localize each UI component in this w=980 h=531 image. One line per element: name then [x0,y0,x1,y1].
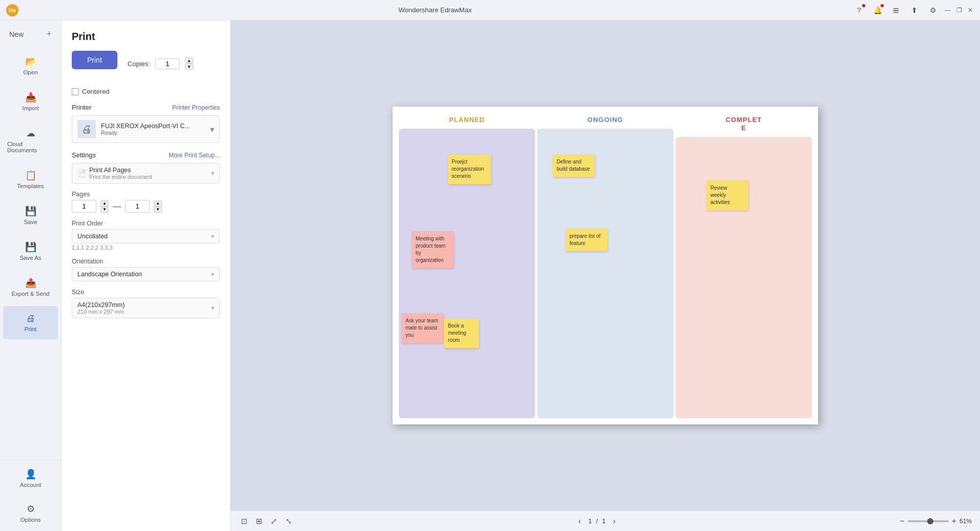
page-preview: PLANNED Proejct reorganization scenerio … [393,107,818,424]
size-value: A4(210x297mm) [77,301,125,309]
sidebar-item-saveas[interactable]: 💾 Save As [3,234,58,268]
app-title: Wondershare EdrawMax [18,6,852,14]
grid-icon[interactable]: ⊞ [889,3,903,17]
page-navigation: ‹ 1 / 1 › [575,516,619,527]
restore-button[interactable]: ❐ [955,7,963,14]
sidebar-item-save[interactable]: 💾 Save [3,198,58,232]
complete-body: Review weekly activities [676,137,812,418]
printer-dropdown-arrow[interactable]: ▾ [210,125,214,134]
pages-to-input[interactable] [125,200,150,213]
sidebar-cloud-label: Cloud Documents [7,141,54,153]
collapse-icon[interactable]: ⤡ [283,515,294,528]
sidebar-item-open[interactable]: 📂 Open [3,49,58,83]
print-order-arrow: ▾ [211,233,214,240]
next-page-btn[interactable]: › [610,516,619,527]
cloud-icon: ☁ [26,128,35,139]
kanban-col-ongoing: ONGOING Define and build database prepar… [536,112,675,419]
sidebar-item-options[interactable]: ⚙ Options [3,496,58,530]
saveas-icon: 💾 [25,241,36,253]
sidebar-item-new[interactable]: New + [3,22,58,47]
ongoing-header: ONGOING [536,112,675,128]
centered-row: Centered [72,88,220,95]
planned-body: Proejct reorganization scenerio Meeting … [399,129,535,418]
grid-view-icon[interactable]: ⊞ [254,515,264,528]
page-total: 1 [602,517,605,525]
zoom-slider[interactable] [908,520,949,522]
pages-from-up[interactable]: ▲ [100,200,109,207]
centered-label: Centered [82,88,109,95]
sidebar-saveas-label: Save As [19,255,41,261]
orientation-label: Orientation [72,258,220,265]
sidebar-item-print[interactable]: 🖨 Print [3,306,58,339]
kanban-columns: PLANNED Proejct reorganization scenerio … [398,112,813,419]
print-order-select[interactable]: Uncollated ▾ [72,229,220,243]
size-text: A4(210x297mm) 210 mm x 297 mm [77,301,125,315]
sidebar-item-export[interactable]: 📤 Export & Send [3,270,58,304]
expand-icon[interactable]: ⤢ [269,515,279,528]
settings-icon[interactable]: ⚙ [926,3,940,17]
copies-up-btn[interactable]: ▲ [185,57,193,64]
note-ask-team: Ask your team mate to assist you [401,313,443,343]
planned-header: PLANNED [398,112,536,128]
account-icon: 👤 [25,468,36,480]
sidebar-print-label: Print [25,326,37,332]
kanban-col-planned: PLANNED Proejct reorganization scenerio … [398,112,536,419]
orientation-group: Orientation Landscape Orientation ▾ [72,258,220,281]
minimize-button[interactable]: — [944,7,951,14]
copies-input[interactable] [155,58,180,69]
new-plus-icon[interactable]: + [46,29,52,39]
print-all-pages-select[interactable]: 📄 Print All Pages Print the entire docum… [72,163,220,183]
save-icon: 💾 [25,206,36,217]
pages-from-down[interactable]: ▼ [100,207,109,213]
pages-group: Pages ▲ ▼ — ▲ ▼ [72,191,220,213]
preview-area: PLANNED Proejct reorganization scenerio … [231,21,980,531]
orientation-select[interactable]: Landscape Orientation ▾ [72,267,220,281]
size-select[interactable]: A4(210x297mm) 210 mm x 297 mm ▾ [72,298,220,318]
fit-page-icon[interactable]: ⊡ [239,515,250,528]
avatar-btn[interactable]: He [6,4,18,16]
bottom-bar: ⊡ ⊞ ⤢ ⤡ ‹ 1 / 1 › − + 61% [231,510,980,531]
sidebar-bottom: 👤 Account ⚙ Options [0,460,61,531]
pages-to-up[interactable]: ▲ [154,200,162,207]
kanban-board: PLANNED Proejct reorganization scenerio … [393,107,818,424]
printer-label: Printer [72,104,91,111]
ongoing-body: Define and build database prepare list o… [537,129,673,418]
settings-section-header: Settings More Print Setup... [72,151,220,159]
more-print-setup-link[interactable]: More Print Setup... [169,152,220,159]
size-label: Size [72,289,220,296]
titlebar-left: He [6,4,18,16]
print-all-pages-group: 📄 Print All Pages Print the entire docum… [72,163,220,183]
open-icon: 📂 [25,56,36,67]
kanban-col-complete: COMPLETE Review weekly activities [675,112,813,419]
options-icon: ⚙ [27,503,35,515]
zoom-in-btn[interactable]: + [952,517,956,526]
printer-status: Ready [101,130,190,136]
sidebar-item-account[interactable]: 👤 Account [3,461,58,495]
help-icon[interactable]: ? [852,3,866,17]
zoom-out-btn[interactable]: − [900,517,904,526]
prev-page-btn[interactable]: ‹ [575,516,584,527]
print-order-detail: 1,1,1 2,2,2 3,3,3 [72,244,220,251]
templates-icon: 📋 [25,170,36,181]
sidebar: New + 📂 Open 📥 Import ☁ Cloud Documents … [0,21,62,531]
note-define-database: Define and build database [553,154,595,177]
orientation-arrow: ▾ [211,271,214,278]
print-button[interactable]: Print [72,51,117,69]
print-panel-title: Print [72,31,220,43]
sidebar-item-import[interactable]: 📥 Import [3,85,58,118]
printer-properties-link[interactable]: Printer Properties [172,104,220,111]
pages-to-down[interactable]: ▼ [154,207,162,213]
upload-icon[interactable]: ⬆ [907,3,922,17]
notification-icon[interactable]: 🔔 [870,3,885,17]
sidebar-item-cloud[interactable]: ☁ Cloud Documents [3,120,58,160]
printer-info: FUJI XEROX ApeosPort-VI C... Ready [101,122,190,136]
centered-checkbox[interactable] [72,88,79,95]
print-order-value: Uncollated [77,233,108,240]
pages-icon: 📄 [77,169,86,177]
sidebar-item-templates[interactable]: 📋 Templates [3,162,58,196]
print-pages-text: Print All Pages Print the entire documen… [89,167,208,180]
close-button[interactable]: ✕ [967,7,974,14]
pages-from-input[interactable] [72,200,96,213]
printer-card[interactable]: 🖨 FUJI XEROX ApeosPort-VI C... Ready ▾ [72,115,220,143]
copies-down-btn[interactable]: ▼ [185,64,193,70]
